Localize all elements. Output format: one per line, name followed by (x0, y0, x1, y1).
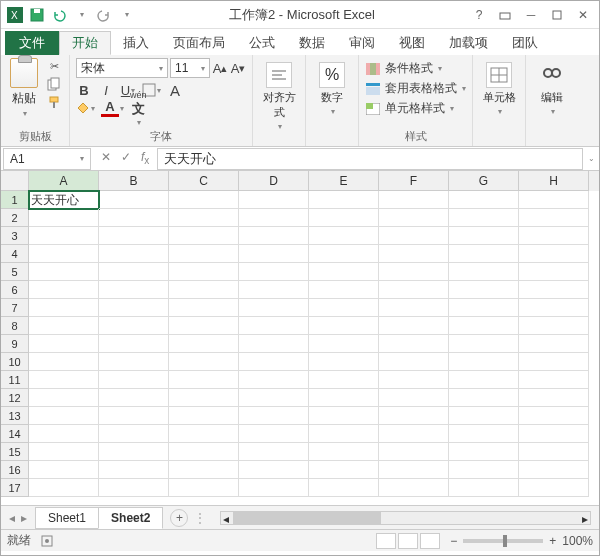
cell[interactable] (99, 461, 169, 479)
tab-team[interactable]: 团队 (500, 31, 550, 55)
normal-view-button[interactable] (376, 533, 396, 549)
cell[interactable] (29, 443, 99, 461)
cell[interactable] (379, 479, 449, 497)
cell[interactable] (309, 281, 379, 299)
column-header[interactable]: C (169, 171, 239, 191)
font-big-a[interactable]: A (167, 81, 183, 99)
cell[interactable] (379, 389, 449, 407)
row-header[interactable]: 2 (1, 209, 29, 227)
cells-area[interactable]: 天天开心 (29, 191, 589, 497)
cell[interactable] (449, 461, 519, 479)
row-header[interactable]: 12 (1, 389, 29, 407)
tab-home[interactable]: 开始 (59, 31, 111, 55)
cell[interactable] (29, 317, 99, 335)
cell[interactable] (29, 479, 99, 497)
undo-dropdown[interactable]: ▾ (72, 5, 92, 25)
cell[interactable] (379, 335, 449, 353)
cell[interactable] (309, 191, 379, 209)
fill-color-button[interactable]: ▾ (76, 99, 95, 117)
cell[interactable] (379, 425, 449, 443)
zoom-in-button[interactable]: + (549, 534, 556, 548)
scroll-left-icon[interactable]: ◂ (223, 512, 229, 526)
cell[interactable] (519, 407, 589, 425)
conditional-format-button[interactable]: 条件格式▾ (365, 60, 466, 77)
cell[interactable] (449, 191, 519, 209)
row-header[interactable]: 6 (1, 281, 29, 299)
cell[interactable] (239, 443, 309, 461)
cut-icon[interactable]: ✂ (45, 58, 63, 74)
cell[interactable] (379, 443, 449, 461)
cell[interactable] (519, 317, 589, 335)
cell[interactable] (169, 389, 239, 407)
file-tab[interactable]: 文件 (5, 31, 59, 55)
cell[interactable] (99, 425, 169, 443)
cell[interactable] (379, 209, 449, 227)
cell[interactable] (99, 353, 169, 371)
row-header[interactable]: 4 (1, 245, 29, 263)
tab-insert[interactable]: 插入 (111, 31, 161, 55)
cell[interactable] (239, 263, 309, 281)
cell[interactable] (169, 479, 239, 497)
cell[interactable] (449, 281, 519, 299)
cell[interactable] (379, 407, 449, 425)
cell[interactable] (519, 479, 589, 497)
cell[interactable] (99, 227, 169, 245)
cell[interactable] (239, 245, 309, 263)
cell[interactable] (99, 335, 169, 353)
cell[interactable] (239, 407, 309, 425)
cell[interactable] (169, 461, 239, 479)
enter-icon[interactable]: ✓ (121, 150, 131, 166)
row-header[interactable]: 11 (1, 371, 29, 389)
cell[interactable] (29, 299, 99, 317)
tab-data[interactable]: 数据 (287, 31, 337, 55)
cell[interactable] (29, 227, 99, 245)
tab-pagelayout[interactable]: 页面布局 (161, 31, 237, 55)
cell[interactable] (519, 335, 589, 353)
cell[interactable] (239, 425, 309, 443)
row-header[interactable]: 16 (1, 461, 29, 479)
cell[interactable] (449, 209, 519, 227)
cell[interactable] (99, 443, 169, 461)
cell[interactable] (519, 227, 589, 245)
cell[interactable] (519, 281, 589, 299)
sheet-tab[interactable]: Sheet2 (98, 507, 163, 529)
select-all[interactable] (1, 171, 29, 191)
cell[interactable] (239, 461, 309, 479)
undo-icon[interactable] (49, 5, 69, 25)
cell[interactable] (519, 209, 589, 227)
cell[interactable] (239, 479, 309, 497)
cell[interactable] (449, 407, 519, 425)
cell[interactable] (169, 443, 239, 461)
row-header[interactable]: 1 (1, 191, 29, 209)
cell[interactable] (29, 407, 99, 425)
cell[interactable] (309, 389, 379, 407)
column-header[interactable]: H (519, 171, 589, 191)
bold-button[interactable]: B (76, 81, 92, 99)
cell[interactable] (169, 263, 239, 281)
cell[interactable] (519, 263, 589, 281)
cell[interactable] (309, 461, 379, 479)
cell[interactable] (169, 425, 239, 443)
cell[interactable] (169, 335, 239, 353)
column-header[interactable]: D (239, 171, 309, 191)
ribbon-options-icon[interactable] (493, 5, 517, 25)
cell[interactable] (99, 389, 169, 407)
cell[interactable] (379, 353, 449, 371)
column-header[interactable]: F (379, 171, 449, 191)
font-name-select[interactable]: 宋体▾ (76, 58, 168, 78)
row-header[interactable]: 3 (1, 227, 29, 245)
help-icon[interactable]: ? (467, 5, 491, 25)
decrease-font-icon[interactable]: A▾ (230, 59, 246, 77)
cell[interactable] (29, 389, 99, 407)
zoom-out-button[interactable]: − (450, 534, 457, 548)
cell[interactable] (239, 389, 309, 407)
font-size-select[interactable]: 11▾ (170, 58, 210, 78)
cell[interactable] (169, 281, 239, 299)
italic-button[interactable]: I (98, 81, 114, 99)
column-header[interactable]: G (449, 171, 519, 191)
cell[interactable] (379, 191, 449, 209)
cell[interactable] (169, 209, 239, 227)
phonetic-button[interactable]: wén文▾ (130, 99, 147, 117)
cell[interactable] (309, 353, 379, 371)
cell[interactable] (169, 407, 239, 425)
